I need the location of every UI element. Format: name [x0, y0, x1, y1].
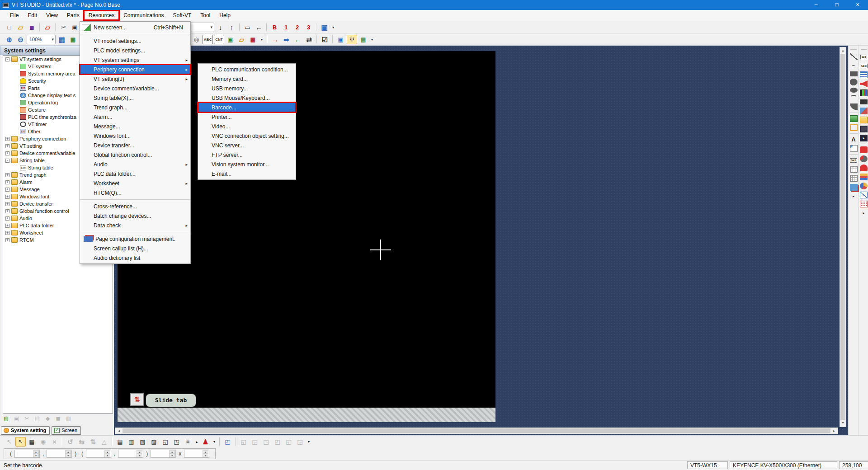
select-frame-button[interactable]: ◱ — [238, 437, 249, 446]
remote-monitor-button[interactable] — [860, 126, 868, 132]
vertical-scroll-track[interactable] — [840, 54, 846, 420]
menu-view[interactable]: View — [42, 11, 62, 20]
menu-separator[interactable] — [80, 197, 190, 202]
menu-item-message[interactable]: Message... — [80, 122, 190, 131]
toolbar-separator[interactable] — [55, 23, 56, 32]
window-screen-3-button[interactable]: 3 — [303, 23, 314, 32]
audio-part-button[interactable] — [860, 80, 868, 87]
tree-expander[interactable]: + — [5, 180, 9, 184]
transfer-monitor-button[interactable]: ⇒ — [281, 35, 292, 44]
cut-button[interactable]: ✂ — [22, 414, 32, 423]
group-button[interactable]: ◱ — [160, 437, 170, 446]
bring-to-front-button[interactable]: ▤ — [115, 437, 125, 446]
rotate-button[interactable]: ↺ — [65, 437, 75, 446]
more-parts-button[interactable]: ▸ — [860, 210, 868, 216]
align-button[interactable]: △ — [99, 437, 109, 446]
spinner-up-icon[interactable]: ▴ — [203, 450, 208, 454]
parts-state-button[interactable]: ♟ — [200, 437, 211, 446]
preview-button[interactable]: ◎ — [191, 35, 202, 44]
menu-help[interactable]: Help — [215, 11, 235, 20]
menu-item-plc-data-folder[interactable]: PLC data folder... — [80, 169, 190, 179]
draw-rect-button[interactable] — [850, 71, 858, 76]
scroll-up-icon[interactable]: ▴ — [840, 47, 846, 54]
spinner-down-icon[interactable]: ▾ — [33, 454, 39, 457]
pie-graph-button[interactable] — [860, 183, 868, 189]
select-type-button[interactable]: ◰ — [272, 437, 283, 446]
submenu-item-vnc-connection-object-setting[interactable]: VNC connection object setting... — [198, 131, 296, 141]
text-list-button[interactable]: ABC — [203, 35, 213, 44]
submenu-item-plc-communication-condition[interactable]: PLC communication condition... — [198, 65, 296, 74]
tree-expander[interactable]: + — [5, 209, 9, 213]
menu-item-new-screen[interactable]: New screen... Ctrl+Shift+N — [80, 23, 190, 32]
tree-expander[interactable]: + — [5, 238, 9, 242]
draw-pie-button[interactable] — [850, 103, 858, 110]
tree-expander[interactable]: + — [5, 173, 9, 177]
submenu-item-usb-memory[interactable]: USB memory... — [198, 84, 296, 93]
send-to-back-button[interactable]: ▥ — [126, 437, 137, 446]
select-overlap-button[interactable]: ◱ — [283, 437, 294, 446]
select-screen-button[interactable]: ▭ — [242, 23, 253, 32]
vertical-scroll-thumb[interactable] — [840, 54, 845, 420]
menu-item-windows-font[interactable]: Windows font... — [80, 131, 190, 141]
copy-button[interactable]: ▣ — [70, 23, 80, 32]
transfer-from-vt-button[interactable]: ← — [292, 35, 303, 44]
toolbar-separator[interactable] — [316, 23, 317, 32]
draw-polygon-button[interactable] — [850, 79, 858, 85]
movie-part-button[interactable] — [860, 99, 868, 105]
tree-expander[interactable]: + — [5, 231, 9, 235]
menu-resources[interactable]: Resources — [84, 11, 119, 20]
back-screen-button[interactable]: ← — [254, 23, 264, 32]
library-button[interactable]: ▦ — [248, 35, 258, 44]
save-screen-button[interactable]: ◼ — [53, 414, 63, 423]
submenu-item-ftp-server[interactable]: FTP server... — [198, 150, 296, 160]
ungroup-button[interactable]: ◳ — [171, 437, 182, 446]
menu-item-audio[interactable]: Audio ▸ — [80, 160, 190, 169]
parts-screen-button[interactable]: ▣ — [225, 35, 236, 44]
select-all-button[interactable]: ◲ — [295, 437, 305, 446]
grid-button[interactable]: ▦ — [57, 35, 67, 44]
toolbar-separator[interactable] — [332, 35, 333, 44]
tree-expander[interactable]: + — [5, 202, 9, 206]
rail-separator[interactable] — [860, 144, 868, 144]
menu-tool[interactable]: Tool — [196, 11, 215, 20]
horizontal-scroll-thumb[interactable] — [123, 428, 830, 433]
flip-vertical-button[interactable]: ⇅ — [88, 437, 98, 446]
draw-arc-button[interactable] — [850, 95, 858, 101]
memo-button[interactable] — [850, 145, 858, 152]
spinner-up-icon[interactable]: ▴ — [65, 450, 71, 454]
tree-expander[interactable]: + — [5, 195, 9, 199]
text-button[interactable]: A — [850, 136, 858, 143]
alarm-part-button[interactable] — [860, 164, 868, 171]
select-touch-button[interactable]: ◳ — [261, 437, 271, 446]
tree-expander[interactable]: + — [5, 137, 9, 141]
menu-item-vt-model-settings[interactable]: VT model settings... — [80, 36, 190, 46]
library-folder-button[interactable]: ▱ — [236, 35, 247, 44]
coordinate-spinner[interactable]: ▴ ▾ — [151, 450, 176, 458]
free-table-button[interactable] — [850, 175, 858, 182]
rail-separator[interactable] — [849, 154, 858, 155]
minimize-button[interactable]: – — [806, 0, 826, 10]
device-id-button[interactable]: ▦ — [27, 437, 37, 446]
draw-polyline-button[interactable]: ~ — [850, 62, 858, 69]
tree-expander[interactable]: + — [5, 151, 9, 155]
scroll-right-icon[interactable]: ▸ — [830, 428, 838, 433]
submenu-item-e-mail[interactable]: E-mail... — [198, 169, 296, 179]
menu-item-alarm[interactable]: Alarm... — [80, 112, 190, 122]
menu-item-periphery-connection[interactable]: Periphery connection ▸ — [80, 65, 190, 74]
bar-graph-button[interactable] — [860, 174, 868, 180]
message-display-button[interactable] — [860, 71, 868, 78]
scroll-down-icon[interactable]: ▾ — [840, 420, 846, 427]
coordinate-spinner[interactable]: ▴ ▾ — [47, 450, 72, 458]
zoom-in-button[interactable]: ⊕ — [4, 35, 14, 44]
window-screen-2-button[interactable]: 2 — [292, 23, 302, 32]
transfer-to-vt-button[interactable]: → — [270, 35, 280, 44]
copy-button[interactable]: ▣ — [12, 414, 21, 423]
toolbar-separator[interactable] — [235, 437, 236, 446]
coordinate-spinner[interactable]: ▴ ▾ — [118, 450, 143, 458]
more-tools-button[interactable]: ▸ — [850, 193, 858, 200]
menu-item-trend-graph[interactable]: Trend graph... — [80, 103, 190, 112]
draw-ellipse-button[interactable] — [850, 88, 858, 93]
menu-item-worksheet[interactable]: Worksheet ▸ — [80, 179, 190, 188]
save-button[interactable]: ◼ — [27, 23, 37, 32]
page-layers-button[interactable]: ▣ — [319, 23, 330, 32]
